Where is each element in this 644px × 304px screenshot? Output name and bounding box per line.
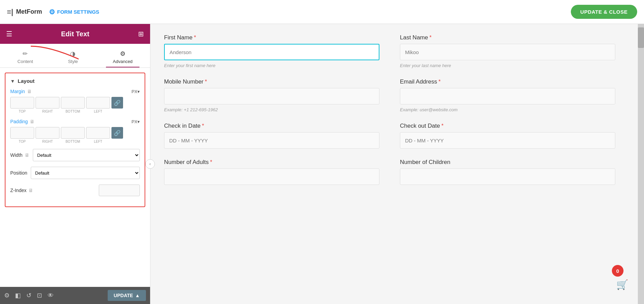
padding-left-input[interactable] — [86, 127, 110, 139]
width-monitor-icon: 🖥 — [25, 152, 29, 158]
input-last-name[interactable] — [400, 44, 615, 60]
position-text: Position — [10, 170, 27, 176]
form-label-email-address: Email Address * — [400, 78, 615, 85]
sidebar-collapse-button[interactable]: ‹ — [145, 159, 155, 169]
tab-style[interactable]: ◑ Style — [61, 47, 85, 67]
position-label: Position — [10, 170, 27, 176]
required-star-number-of-adults: * — [210, 159, 212, 165]
padding-top-label: TOP — [10, 140, 34, 143]
tab-advanced[interactable]: ⚙ Advanced — [106, 47, 139, 67]
form-field-number-of-adults: Number of Adults * — [164, 159, 379, 185]
collapse-toggle[interactable]: ▼ — [10, 78, 15, 84]
cart-icon[interactable]: 🛒 — [616, 279, 628, 290]
padding-sub-labels: TOP RIGHT BOTTOM LEFT — [10, 140, 140, 143]
form-label-last-name: Last Name * — [400, 34, 615, 41]
margin-right-label: RIGHT — [36, 110, 59, 113]
input-number-of-children[interactable] — [400, 168, 615, 185]
padding-inputs: 🔗 — [10, 127, 140, 139]
panel-content: ▼ Layout Margin 🖥 PX▾ — [0, 68, 150, 287]
input-check-out-date[interactable] — [400, 132, 615, 149]
toolbar-preview-icon[interactable]: 👁 — [48, 292, 54, 299]
sidebar-header: ☰ Edit Text ⊞ — [0, 24, 150, 44]
margin-label: Margin 🖥 — [10, 89, 32, 94]
input-number-of-adults[interactable] — [164, 168, 379, 185]
padding-bottom-label: BOTTOM — [61, 140, 85, 143]
input-mobile-number[interactable] — [164, 88, 379, 104]
required-star-check-in-date: * — [202, 123, 204, 129]
input-check-in-date[interactable] — [164, 132, 379, 149]
margin-field: Margin 🖥 PX▾ 🔗 TOP RIGHT — [10, 89, 140, 113]
tabs-row: ✏ Content ◑ Style ⚙ Advanced — [0, 44, 150, 68]
sidebar: ☰ Edit Text ⊞ ✏ Content ◑ Style ⚙ Advanc… — [0, 24, 150, 304]
hamburger-icon[interactable]: ☰ — [6, 30, 12, 38]
grid-icon[interactable]: ⊞ — [138, 30, 144, 38]
padding-monitor-icon: 🖥 — [30, 119, 35, 124]
main-layout: ☰ Edit Text ⊞ ✏ Content ◑ Style ⚙ Advanc… — [0, 24, 644, 304]
form-field-number-of-children: Number of Children — [400, 159, 615, 185]
width-select[interactable]: Default PX % — [33, 149, 140, 161]
form-field-last-name: Last Name *Enter your last name here — [400, 34, 615, 68]
badge-circle: 0 — [612, 265, 623, 277]
content-area: First Name *Enter your first name hereLa… — [150, 24, 644, 304]
padding-unit[interactable]: PX▾ — [132, 119, 140, 124]
toolbar-responsive-icon[interactable]: ⊡ — [37, 292, 42, 299]
form-field-first-name: First Name *Enter your first name here — [164, 34, 379, 68]
toolbar-history-icon[interactable]: ↺ — [26, 292, 31, 299]
margin-left-input[interactable] — [86, 97, 110, 109]
tab-advanced-label: Advanced — [113, 59, 133, 64]
margin-link-button[interactable]: 🔗 — [111, 97, 123, 109]
zindex-input[interactable] — [99, 185, 140, 196]
tab-content-label: Content — [17, 59, 33, 64]
scrollbar[interactable] — [638, 24, 644, 304]
margin-bottom-label: BOTTOM — [61, 110, 85, 113]
margin-top-input[interactable] — [10, 97, 34, 109]
helper-first-name: Enter your first name here — [164, 63, 379, 68]
required-star-mobile-number: * — [205, 79, 207, 85]
margin-unit[interactable]: PX▾ — [132, 89, 140, 94]
metform-text: MetForm — [16, 8, 42, 15]
padding-left-label: LEFT — [86, 140, 110, 143]
padding-right-input[interactable] — [36, 127, 59, 139]
update-arrow-icon: ▲ — [135, 293, 140, 298]
position-select[interactable]: Default Static Relative Absolute — [31, 167, 140, 179]
padding-bottom-input[interactable] — [61, 127, 85, 139]
zindex-field: Z-Index 🖥 — [10, 185, 140, 196]
width-field: Width 🖥 Default PX % — [10, 149, 140, 161]
update-label: UPDATE — [114, 293, 133, 298]
padding-right-label: RIGHT — [36, 140, 59, 143]
width-text: Width — [10, 152, 23, 158]
zindex-monitor-icon: 🖥 — [28, 188, 33, 193]
update-close-button[interactable]: UPDATE & CLOSE — [571, 5, 637, 19]
sidebar-title: Edit Text — [61, 30, 90, 38]
form-label-check-in-date: Check in Date * — [164, 123, 379, 129]
margin-bottom-input[interactable] — [61, 97, 85, 109]
margin-top-label: TOP — [10, 110, 34, 113]
padding-link-button[interactable]: 🔗 — [111, 127, 123, 139]
input-first-name[interactable] — [164, 44, 379, 60]
required-star-last-name: * — [429, 35, 431, 41]
update-button[interactable]: UPDATE ▲ — [108, 290, 146, 301]
form-settings-link[interactable]: ⚙ FORM SETTINGS — [49, 8, 99, 16]
margin-sub-labels: TOP RIGHT BOTTOM LEFT — [10, 110, 140, 113]
metform-logo: ≡| MetForm — [7, 8, 42, 16]
form-label-number-of-children: Number of Children — [400, 159, 615, 166]
form-field-email-address: Email Address *Example: user@website.com — [400, 78, 615, 112]
padding-top-input[interactable] — [10, 127, 34, 139]
tab-content[interactable]: ✏ Content — [11, 47, 40, 67]
margin-label-row: Margin 🖥 PX▾ — [10, 89, 140, 94]
toolbar-settings-icon[interactable]: ⚙ — [4, 292, 10, 299]
form-label-first-name: First Name * — [164, 34, 379, 41]
form-settings-label: FORM SETTINGS — [57, 9, 99, 15]
helper-last-name: Enter your last name here — [400, 63, 615, 68]
helper-mobile-number: Example: +1 212-695-1962 — [164, 107, 379, 112]
margin-right-input[interactable] — [36, 97, 59, 109]
tab-style-label: Style — [68, 59, 78, 64]
top-bar: ≡| MetForm ⚙ FORM SETTINGS UPDATE & CLOS… — [0, 0, 644, 24]
input-email-address[interactable] — [400, 88, 615, 104]
form-label-check-out-date: Check out Date * — [400, 123, 615, 129]
content-icon: ✏ — [23, 50, 28, 58]
margin-text: Margin — [10, 89, 25, 94]
bottom-toolbar: ⚙ ◧ ↺ ⊡ 👁 UPDATE ▲ — [0, 287, 150, 304]
toolbar-layers-icon[interactable]: ◧ — [15, 292, 21, 299]
form-grid: First Name *Enter your first name hereLa… — [164, 34, 615, 185]
